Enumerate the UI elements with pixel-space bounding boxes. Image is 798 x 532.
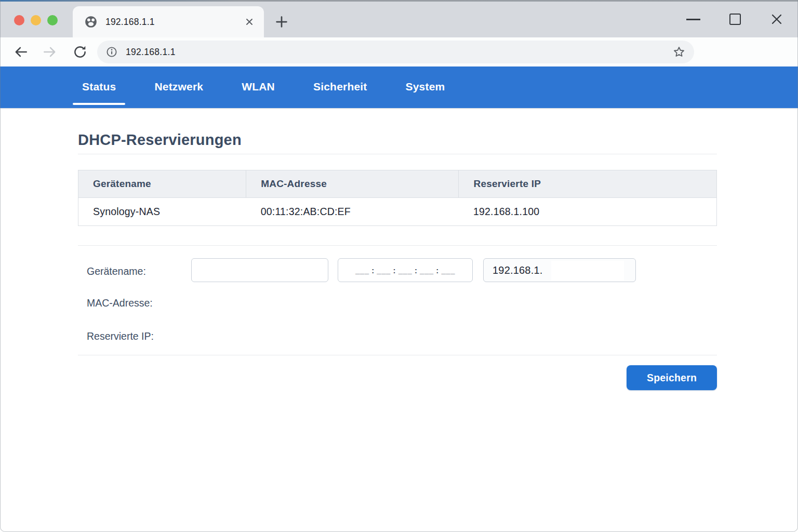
reservation-form: Gerätename: MAC-Adresse: Reservierte IP:	[78, 246, 717, 355]
nav-tab-sicherheit[interactable]: Sicherheit	[303, 66, 378, 108]
page-content: DHCP-Reservierungen Gerätename MAC-Adres…	[78, 108, 717, 390]
column-header-reserved-ip: Reservierte IP	[459, 170, 717, 198]
bookmark-star-icon[interactable]	[672, 45, 686, 59]
traffic-light-zoom[interactable]	[47, 15, 58, 25]
new-tab-button[interactable]	[274, 13, 291, 31]
browser-toolbar: 192.168.1.1	[0, 37, 798, 66]
window-top-edge	[0, 0, 798, 2]
forward-button[interactable]	[42, 44, 58, 60]
device-name-input[interactable]	[191, 258, 328, 282]
form-bottom-divider	[78, 355, 717, 355]
url-text[interactable]: 192.168.1.1	[126, 47, 672, 58]
nav-tab-system[interactable]: System	[395, 66, 456, 108]
reload-button[interactable]	[72, 44, 88, 60]
window-close-button[interactable]	[770, 13, 783, 25]
reserved-ip-label: Reservierte IP:	[87, 329, 154, 343]
browser-window: 192.168.1.1	[0, 0, 798, 532]
save-button[interactable]: Speichern	[627, 365, 717, 390]
page-title: DHCP-Reservierungen	[78, 131, 717, 149]
form-actions: Speichern	[78, 365, 717, 390]
column-header-device-name: Gerätename	[78, 170, 246, 198]
tab-title: 192.168.1.1	[105, 17, 244, 28]
column-header-mac-address: MAC-Adresse	[246, 170, 459, 198]
dhcp-reservations-table: Gerätename MAC-Adresse Reservierte IP Sy…	[78, 170, 717, 226]
nav-tab-status[interactable]: Status	[72, 66, 126, 108]
nav-tab-wlan[interactable]: WLAN	[231, 66, 285, 108]
address-bar[interactable]: 192.168.1.1	[97, 41, 694, 63]
traffic-light-minimize[interactable]	[31, 15, 41, 25]
window-maximize-button[interactable]	[729, 14, 741, 25]
table-row: Synology-NAS 00:11:32:AB:CD:EF 192.168.1…	[78, 198, 717, 226]
tab-close-icon[interactable]	[244, 17, 255, 27]
reserved-ip-field	[483, 258, 636, 282]
traffic-light-close[interactable]	[14, 15, 24, 25]
device-name-label: Gerätename:	[87, 264, 146, 278]
table-header-row: Gerätename MAC-Adresse Reservierte IP	[78, 170, 717, 198]
nav-tab-netzwerk[interactable]: Netzwerk	[144, 66, 214, 108]
cell-device-name: Synology-NAS	[78, 198, 246, 226]
browser-titlebar: 192.168.1.1	[0, 0, 798, 37]
browser-tab[interactable]: 192.168.1.1	[73, 6, 264, 37]
cell-mac-address: 00:11:32:AB:CD:EF	[246, 198, 459, 226]
info-icon[interactable]	[105, 46, 118, 58]
globe-favicon-icon	[84, 15, 98, 29]
back-button[interactable]	[13, 44, 29, 60]
window-minimize-button[interactable]	[686, 19, 700, 20]
mac-address-label: MAC-Adresse:	[87, 296, 153, 310]
router-navbar: Status Netzwerk WLAN Sicherheit System	[0, 66, 798, 108]
mac-address-input[interactable]	[338, 258, 473, 282]
heading-divider	[78, 154, 717, 154]
cell-reserved-ip: 192.168.1.100	[459, 198, 717, 226]
reserved-ip-input[interactable]	[484, 259, 635, 282]
